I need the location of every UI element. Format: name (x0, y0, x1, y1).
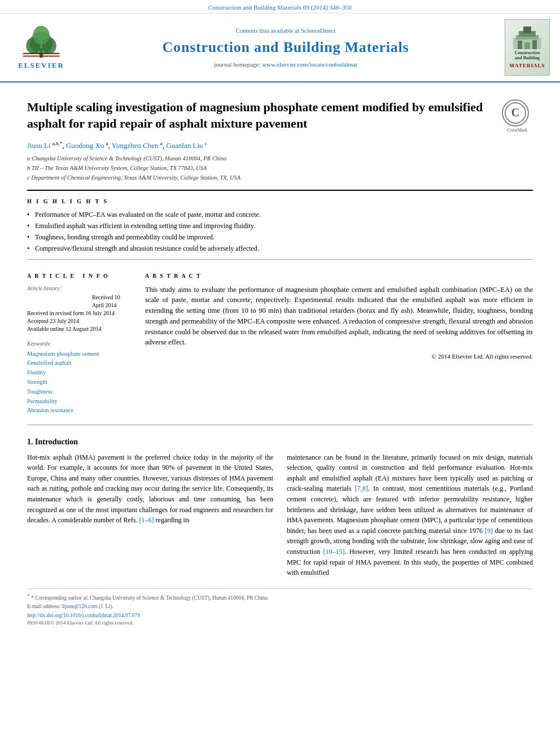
svg-text:C: C (511, 106, 519, 119)
affiliation-a: a Changsha University of Science & Techn… (27, 154, 533, 163)
available-val: Available online 12 August 2014 (27, 325, 101, 333)
svg-rect-12 (524, 42, 530, 49)
journal-header: ELSEVIER Contents lists available at Sci… (0, 14, 560, 82)
keyword-3: Fluidity (27, 368, 132, 378)
svg-rect-11 (518, 41, 522, 49)
page: Construction and Building Materials 69 (… (0, 0, 560, 747)
footer-email: E-mail address: lijusu@126.com (J. Li). (27, 603, 533, 610)
author-yongzhen: Yongzhen Chen (112, 141, 159, 150)
keyword-5: Toughness (27, 387, 132, 397)
footer-corresponding-note: * * Corresponding author at: Changsha Un… (27, 592, 533, 602)
introduction-section: 1. Introduction Hot-mix asphalt (HMA) pa… (27, 436, 533, 578)
abstract-section-label: A B S T R A C T (145, 272, 533, 280)
divider-after-affiliations (27, 190, 533, 191)
cbm-logo-image-icon (513, 27, 541, 49)
journal-name: Construction and Building Materials (78, 37, 493, 58)
ref-link-10-15[interactable]: [10–15] (323, 548, 345, 556)
history-label: Article history: (27, 285, 92, 292)
ref-link-9[interactable]: [9] (485, 527, 493, 535)
highlight-2: Emulsified asphalt was efficient in exte… (27, 221, 533, 231)
intro-col-2: maintenance can be found in the literatu… (287, 452, 533, 578)
sciencedirect-label[interactable]: ScienceDirect (301, 27, 336, 34)
highlight-1: Performance of MPC–EA was evaluated on t… (27, 210, 533, 220)
elsevier-logo-area: ELSEVIER (10, 25, 72, 71)
elsevier-tree-icon (16, 25, 67, 59)
intro-col-1: Hot-mix asphalt (HMA) pavement is the pr… (27, 452, 273, 578)
intro-text-1: Hot-mix asphalt (HMA) pavement is the pr… (27, 452, 273, 526)
divider-after-abstract (27, 425, 533, 425)
highlights-list: Performance of MPC–EA was evaluated on t… (27, 210, 533, 253)
divider-after-highlights (27, 259, 533, 260)
svg-rect-10 (523, 27, 531, 33)
affiliations: a Changsha University of Science & Techn… (27, 154, 533, 182)
received-label (27, 294, 92, 309)
ref-link-1-6[interactable]: [1–6] (139, 516, 154, 524)
affiliation-c: c Department of Chemical Engineering, Te… (27, 173, 533, 182)
sciencedirect-link: Contents lists available at ScienceDirec… (78, 27, 493, 35)
keyword-7: Abrasion resistance (27, 406, 132, 416)
cbm-logo-subtitle: MATERIALS (510, 62, 545, 69)
abstract-text: This study aims to evaluate the performa… (145, 285, 533, 348)
footer-email-link[interactable]: lijusu@126.com (62, 604, 98, 609)
keyword-1: Magnesium phosphate cement (27, 350, 132, 359)
homepage-url[interactable]: www.elsevier.com/locate/conbuildmat (262, 61, 357, 68)
keywords-list: Magnesium phosphate cement Emulsified as… (27, 350, 132, 416)
elsevier-wordmark: ELSEVIER (18, 60, 64, 71)
accepted-val: Accepted 23 July 2014 (27, 317, 79, 325)
article-history: Article history: Received 10 April 2014 … (27, 285, 132, 333)
cbm-logo: Constructionand Building MATERIALS (505, 19, 550, 76)
keywords-label: Keywords: (27, 340, 132, 348)
section-1-number: 1. (27, 438, 33, 446)
crossmark-label: CrossMark (502, 127, 533, 133)
journal-title-center: Contents lists available at ScienceDirec… (72, 27, 499, 69)
doi-link[interactable]: http://dx.doi.org/10.1016/j.conbuildmat.… (27, 613, 140, 618)
authors-line: Jiusu Li a,b,*, Guodong Xu a, Yongzhen C… (27, 140, 533, 151)
elsevier-logo: ELSEVIER (10, 25, 72, 71)
cbm-logo-title: Constructionand Building (515, 50, 540, 61)
keywords-section: Keywords: Magnesium phosphate cement Emu… (27, 340, 132, 416)
section-1-title: 1. Introduction (27, 436, 533, 448)
author-guanlan: Guanlan Liu (166, 141, 203, 150)
top-citation-bar: Construction and Building Materials 69 (… (0, 0, 560, 14)
highlights-label: H I G H L I G H T S (27, 198, 533, 206)
crossmark-badge: C CrossMark (502, 99, 533, 130)
article-info-col: A R T I C L E I N F O Article history: R… (27, 265, 132, 416)
footer-email-suffix: (J. Li). (99, 604, 113, 609)
received-revised-val: Received in revised form 16 July 2014 (27, 309, 115, 317)
footer-issn: 0950-0618/© 2014 Elsevier Ltd. All right… (27, 619, 533, 627)
footer-doi: http://dx.doi.org/10.1016/j.conbuildmat.… (27, 612, 533, 619)
article-info-abstract-area: A R T I C L E I N F O Article history: R… (27, 265, 533, 416)
crossmark-icon: C (502, 99, 529, 126)
ref-link-7-8[interactable]: [7,8] (355, 484, 368, 492)
keyword-6: Permeability (27, 397, 132, 407)
cbm-logo-area: Constructionand Building MATERIALS (499, 19, 550, 76)
author-jiusu: Jiusu Li (27, 141, 51, 150)
svg-point-4 (33, 26, 50, 45)
top-citation: Construction and Building Materials 69 (… (208, 4, 352, 11)
article-info-section-label: A R T I C L E I N F O (27, 272, 132, 280)
section-1-label: Introduction (35, 438, 78, 446)
main-content: Multiple scaling investigation of magnes… (0, 82, 560, 637)
svg-rect-13 (532, 40, 537, 49)
highlight-4: Compressive/flexural strength and abrasi… (27, 244, 533, 254)
keyword-4: Strength (27, 378, 132, 387)
abstract-col: A B S T R A C T This study aims to evalu… (145, 265, 533, 416)
received-val: Received 10 April 2014 (92, 294, 132, 309)
journal-homepage: journal homepage: www.elsevier.com/locat… (78, 60, 493, 69)
affiliation-b: b TII – The Texas A&M University System,… (27, 164, 533, 173)
introduction-body: Hot-mix asphalt (HMA) pavement is the pr… (27, 452, 533, 578)
highlight-3: Toughness, bonding strength and permeabi… (27, 233, 533, 242)
copyright: © 2014 Elsevier Ltd. All rights reserved… (145, 352, 533, 361)
page-footer: * * Corresponding author at: Changsha Un… (27, 588, 533, 627)
keyword-2: Emulsified asphalt (27, 359, 132, 368)
intro-text-2: maintenance can be found in the literatu… (287, 452, 533, 578)
article-title: Multiple scaling investigation of magnes… (27, 99, 533, 132)
author-guodong: Guodong Xu (66, 141, 104, 150)
email-label: E-mail address: (27, 604, 60, 609)
